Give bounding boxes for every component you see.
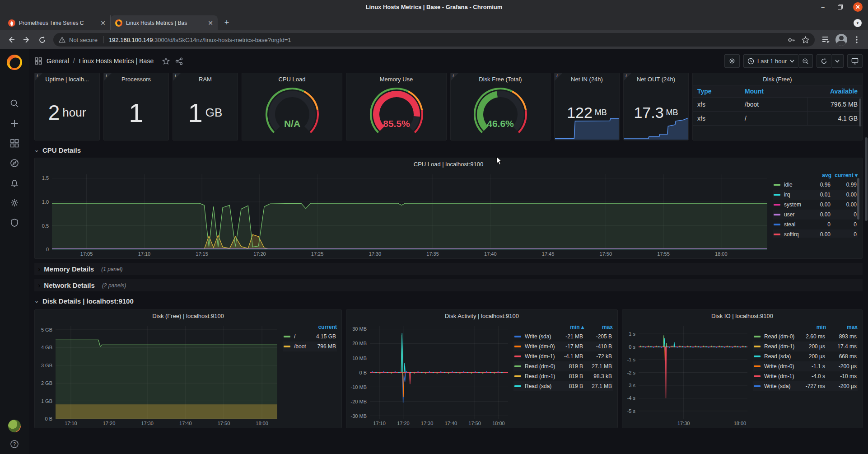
grafana-logo[interactable] (7, 55, 22, 70)
browser-menu-button[interactable] (850, 33, 863, 47)
zoom-out-button[interactable] (798, 54, 813, 68)
url-bar[interactable]: Not secure 192.168.100.149:3000/d/lsSkG1… (53, 33, 815, 47)
forward-button[interactable] (20, 33, 33, 47)
alerting-bell-icon[interactable] (9, 178, 20, 188)
panel-disk-free-table[interactable]: Disk (Free) Type Mount Available xfs/boo… (692, 73, 863, 140)
search-icon[interactable] (9, 98, 20, 109)
legend-column-current[interactable]: current (306, 324, 337, 330)
panel-ram[interactable]: i RAM 1GB (173, 73, 238, 140)
explore-compass-icon[interactable] (9, 158, 20, 168)
section-network-details[interactable]: › Network Details (2 panels) (34, 279, 863, 291)
legend-row[interactable]: idle0.960.99 (773, 180, 858, 190)
maximize-button[interactable] (836, 3, 844, 11)
column-header-mount[interactable]: Mount (740, 85, 808, 97)
disk-activity-chart[interactable]: 17:1017:2017:3017:4017:5018:00-30 MB-20 … (347, 323, 512, 427)
legend-row[interactable]: Write (dm-1)-4.1 MB-72 kB (513, 351, 613, 361)
back-button[interactable] (5, 33, 18, 47)
favorite-star-icon[interactable] (162, 57, 170, 65)
profile-avatar[interactable] (835, 33, 848, 47)
refresh-button[interactable] (817, 54, 831, 68)
legend-column-max[interactable]: max (584, 324, 613, 330)
legend-row[interactable]: irq0.010.00 (773, 190, 858, 200)
column-header-type[interactable]: Type (693, 85, 740, 97)
panel-processors[interactable]: i Processors 1 (103, 73, 169, 140)
breadcrumb-dashboard[interactable]: Linux Hosts Metrics | Base (79, 57, 154, 65)
legend-row[interactable]: Write (dm-0)-17 MB-410 B (513, 342, 613, 351)
panel-disk-activity-chart[interactable]: Disk Activity | localhost:9100 17:1017:2… (346, 309, 618, 428)
info-corner-icon[interactable] (624, 73, 631, 81)
panel-cpu-load-gauge[interactable]: CPU Load N/A (242, 73, 342, 140)
info-corner-icon[interactable] (451, 73, 458, 81)
disk-free-chart[interactable]: 17:1017:2017:3017:4017:5018:000 B1 GB2 G… (36, 323, 281, 427)
section-cpu-details[interactable]: ⌄ CPU Details (34, 143, 863, 157)
panel-net-in[interactable]: i Net IN (24h) 122MB (554, 73, 620, 140)
new-tab-button[interactable]: + (220, 16, 233, 29)
legend-row[interactable]: Read (sda)819 B27.1 MB (513, 381, 613, 391)
legend-row[interactable]: user0.000 (773, 210, 858, 220)
panel-disk-free-chart[interactable]: Disk (Free) | localhost:9100 17:1017:201… (34, 309, 342, 428)
column-header-available[interactable]: Available (808, 85, 862, 97)
legend-row[interactable]: steal00 (773, 220, 858, 229)
table-scrollbar[interactable] (859, 98, 861, 126)
legend-row[interactable]: Read (dm-1)200 µs17.4 ms (753, 342, 858, 351)
legend-row[interactable]: Read (sda)200 µs668 ms (753, 351, 858, 361)
dashboards-icon[interactable] (9, 138, 20, 149)
panel-cpu-load-chart[interactable]: CPU Load | localhost:9100 17:0517:1017:1… (34, 158, 863, 259)
legend-row[interactable]: Write (dm-1)-4.0 s-10 ms (753, 371, 858, 381)
series-color-swatch (754, 336, 761, 337)
cpu-load-chart[interactable]: 17:0517:1017:1517:2017:2517:3017:3517:40… (36, 171, 771, 257)
section-disk-details[interactable]: ⌄ Disk Details | localhost:9100 (34, 294, 863, 308)
legend-column-current[interactable]: current ▾ (831, 172, 858, 178)
tv-mode-button[interactable] (847, 54, 863, 68)
page-scrollbar[interactable] (865, 137, 868, 221)
close-button[interactable]: ✕ (853, 2, 863, 12)
admin-shield-icon[interactable] (9, 217, 20, 228)
user-avatar[interactable] (8, 420, 21, 432)
panel-memory-use-gauge[interactable]: Memory Use 85.5% (346, 73, 447, 140)
legend-column-min[interactable]: min (797, 324, 826, 330)
legend-column-max[interactable]: max (826, 324, 858, 330)
reload-button[interactable] (35, 33, 49, 47)
panel-net-out[interactable]: i Net OUT (24h) 17.3MB (623, 73, 689, 140)
legend-row[interactable]: Read (dm-0)2.60 ms893 ms (753, 332, 858, 342)
panel-disk-free-gauge[interactable]: i Disk Free (Total) 46.6% (450, 73, 551, 140)
legend-row[interactable]: /boot796 MB (283, 342, 337, 351)
tab-search-button[interactable]: ▼ (854, 19, 862, 27)
panel-disk-io-chart[interactable]: Disk IO | localhost:9100 17:3018:00-5 s-… (622, 309, 863, 428)
legend-row[interactable]: Write (dm-0)-1.1 s-200 µs (753, 361, 858, 371)
legend-row[interactable]: Write (sda)-21 MB-205 B (513, 332, 613, 342)
legend-row[interactable]: softirq0.000 (773, 229, 858, 238)
disk-io-chart[interactable]: 17:3018:00-5 s-4 s-3 s-2 s-1 s0 s1 s (623, 323, 751, 427)
info-corner-icon[interactable] (173, 73, 181, 81)
dashboard-settings-button[interactable] (724, 54, 740, 68)
help-icon[interactable]: ? (9, 439, 20, 449)
legend-column-avg[interactable]: avg (808, 172, 831, 178)
legend-row[interactable]: Write (sda)-727 ms-200 µs (753, 381, 858, 391)
tab-grafana[interactable]: Linux Hosts Metrics | Bas ✕ (111, 15, 218, 30)
info-corner-icon[interactable] (555, 73, 562, 81)
legend-row[interactable]: Read (dm-1)819 B98.3 kB (513, 371, 613, 381)
minimize-button[interactable]: – (819, 3, 827, 11)
share-icon[interactable] (175, 57, 183, 65)
legend-row[interactable]: /4.15 GB (283, 332, 337, 342)
password-key-icon[interactable] (788, 36, 795, 44)
section-memory-details[interactable]: › Memory Details (1 panel) (34, 263, 863, 275)
time-range-picker[interactable]: Last 1 hour (743, 54, 798, 68)
create-plus-icon[interactable] (9, 118, 20, 129)
legend-row[interactable]: system0.000.00 (773, 200, 858, 210)
legend-column-min[interactable]: min ▴ (556, 324, 584, 330)
tab-close-icon[interactable]: ✕ (99, 19, 107, 27)
tab-close-icon[interactable]: ✕ (207, 19, 214, 27)
info-corner-icon[interactable] (104, 73, 112, 81)
refresh-interval-dropdown[interactable] (831, 54, 844, 68)
legend-scrollbar[interactable] (857, 178, 859, 220)
breadcrumb-folder[interactable]: General (47, 57, 69, 65)
info-corner-icon[interactable] (35, 73, 42, 81)
configuration-gear-icon[interactable] (9, 197, 20, 208)
reading-list-icon[interactable] (819, 33, 833, 47)
bookmark-star-icon[interactable] (802, 36, 809, 44)
tab-prometheus[interactable]: Prometheus Time Series C ✕ (4, 15, 111, 30)
panel-uptime[interactable]: i Uptime | localh... 2hour (34, 73, 100, 140)
svg-text:18:00: 18:00 (256, 421, 268, 426)
legend-row[interactable]: Read (dm-0)819 B27.1 MB (513, 361, 613, 371)
